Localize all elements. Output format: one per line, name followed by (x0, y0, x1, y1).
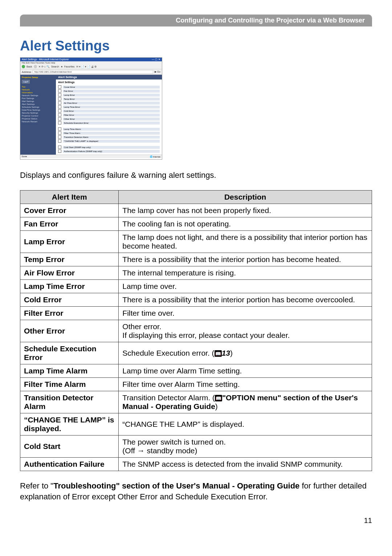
footnote: Refer to "Troubleshooting" section of th… (20, 481, 372, 502)
ss-titlebar: Alert Settings · Microsoft Internet Expl… (20, 58, 162, 61)
ss-sidebar-item: Projector Status (22, 118, 54, 120)
ss-alert-label: Schedule Execution Error (63, 122, 160, 124)
footnote-pre: Refer to " (20, 481, 53, 490)
alert-desc-cell: Filter time over. (119, 307, 372, 320)
checkbox-icon (58, 146, 61, 149)
alert-item-cell: Lamp Time Alarm (20, 364, 119, 378)
alert-item-cell: Lamp Error (20, 231, 119, 253)
col-header-item: Alert Item (20, 191, 119, 204)
checkbox-icon (58, 97, 61, 101)
browser-screenshot: Alert Settings · Microsoft Internet Expl… (20, 57, 162, 160)
ss-sidebar-link: Top: (22, 86, 54, 88)
ss-alert-label: Lamp Time Error (63, 106, 160, 109)
ss-alert-row: Fan Error (56, 89, 162, 93)
alert-item-cell: Fan Error (20, 217, 119, 231)
ss-alert-row: Temp Error (56, 97, 162, 101)
alert-desc-cell: Transition Detector Alarm. (📖"OPTION men… (119, 391, 372, 413)
table-row: Cold StartThe power switch is turned on.… (20, 436, 372, 458)
table-row: Lamp Time ErrorLamp time over. (20, 280, 372, 293)
ss-alert-row: Lamp Error (56, 93, 162, 97)
ss-sidebar-item: Security Settings (22, 112, 54, 114)
ss-statusbar: Done 🌐 Internet (20, 155, 162, 158)
alert-desc-cell: The SNMP access is detected from the inv… (119, 458, 372, 471)
alert-item-cell: Cold Error (20, 293, 119, 307)
ss-alert-label: Cold Start (SNMP trap only) (63, 146, 160, 149)
ss-alert-row: Filter Time Alarm (56, 131, 162, 135)
alert-item-cell: Transition Detector Alarm (20, 391, 119, 413)
ss-alert-label: Lamp Time Alarm (63, 128, 160, 131)
ss-alert-label: Filter Time Alarm (63, 132, 160, 135)
ss-status-left: Done (22, 155, 27, 158)
star-icon: ★ (61, 65, 63, 68)
checkbox-icon (58, 113, 61, 116)
section-header-bar: Configuring and Controlling the Projecto… (20, 15, 372, 26)
checkbox-icon (58, 150, 61, 153)
ss-alert-row: Other Error (56, 117, 162, 121)
ss-sidebar-link: Information (22, 91, 54, 94)
page-title: Alert Settings (20, 38, 372, 54)
ss-sidebar-link: Network (22, 89, 54, 91)
alert-item-cell: “CHANGE THE LAMP” is displayed. (20, 413, 119, 436)
alert-desc-cell: Filter time over Alarm Time setting. (119, 378, 372, 391)
ss-setup-title: Projector Setup (22, 76, 54, 78)
ss-alert-row: Filter Error (56, 113, 162, 117)
ss-sidebar-item: Projector Control (22, 115, 54, 117)
ss-sidebar-item: Schedule Settings (22, 106, 54, 108)
ss-go-button: ▶ Go (155, 70, 160, 73)
forward-icon (34, 65, 37, 68)
table-row: Filter Time AlarmFilter time over Alarm … (20, 378, 372, 391)
checkbox-icon (58, 85, 61, 89)
ss-sidebar-item: Date/Time Settings (22, 109, 54, 111)
table-row: Fan ErrorThe cooling fan is not operatin… (20, 217, 372, 231)
table-row: Temp ErrorThere is a possibility that th… (20, 253, 372, 266)
table-row: Cold ErrorThere is a possibility that th… (20, 293, 372, 307)
checkbox-icon (58, 93, 61, 97)
alert-desc-cell: “CHANGE THE LAMP” is displayed. (119, 413, 372, 436)
checkbox-icon (58, 121, 61, 124)
ss-alert-label: Other Error (63, 118, 160, 120)
ss-sidebar-item: Mail Settings (22, 100, 54, 102)
ss-main-header: Alert Settings (56, 75, 162, 79)
ss-sidebar-item: Alert Settings (22, 103, 54, 105)
ss-alert-row: Cover Error (56, 85, 162, 89)
alert-desc-cell: Other error.If displaying this error, pl… (119, 320, 372, 342)
table-row: Authentication FailureThe SNMP access is… (20, 458, 372, 471)
refresh-icon: ✕ ⟳ ⌂ 🔍 (38, 65, 50, 68)
alert-desc-cell: Lamp time over Alarm Time setting. (119, 364, 372, 378)
alert-item-cell: Temp Error (20, 253, 119, 266)
checkbox-icon (58, 89, 61, 93)
checkbox-icon (58, 101, 61, 105)
manual-icon: 📖 (215, 395, 222, 401)
ss-alert-row: Cold Start (SNMP trap only) (56, 145, 162, 149)
ss-alert-row: Cold Error (56, 109, 162, 113)
toolbar-extra-icons: ✉ ▾ 📄 ▾ 📄 🖨 ⚙ (76, 65, 97, 68)
checkbox-icon (58, 105, 61, 109)
checkbox-icon (58, 135, 61, 139)
table-row: Schedule Execution ErrorSchedule Executi… (20, 342, 372, 364)
alert-desc-cell: Lamp time over. (119, 280, 372, 293)
alert-item-cell: Cover Error (20, 204, 119, 217)
alert-item-cell: Cold Start (20, 436, 119, 458)
alert-item-cell: Schedule Execution Error (20, 342, 119, 364)
ss-sidebar: Projector Setup Logoff Top:NetworkInform… (20, 75, 56, 155)
ss-alert-label: Lamp Error (63, 94, 160, 97)
alert-desc-cell: The cooling fan is not operating. (119, 217, 372, 231)
table-row: “CHANGE THE LAMP” is displayed.“CHANGE T… (20, 413, 372, 436)
table-row: Filter ErrorFilter time over. (20, 307, 372, 320)
ss-alert-label: Cold Error (63, 110, 160, 113)
alert-desc-cell: There is a possibility that the interior… (119, 253, 372, 266)
alert-desc-cell: The lamp cover has not been properly fix… (119, 204, 372, 217)
ss-alert-label: Filter Error (63, 114, 160, 116)
checkbox-icon (58, 109, 61, 113)
ss-address-label: Address (22, 71, 31, 73)
ss-address-field: http://192.168.1.10/admin/alertset.html (33, 70, 153, 74)
table-row: Lamp Time AlarmLamp time over Alarm Time… (20, 364, 372, 378)
ss-alert-row: Lamp Time Alarm (56, 127, 162, 131)
ss-window-title: Alert Settings · Microsoft Internet Expl… (22, 58, 69, 61)
intro-text: Displays and configures failure & warnin… (20, 171, 372, 180)
ss-status-right: 🌐 Internet (150, 155, 160, 158)
table-row: Other ErrorOther error.If displaying thi… (20, 320, 372, 342)
ss-address-bar: Address http://192.168.1.10/admin/alerts… (20, 69, 162, 75)
alert-desc-cell: There is a possibility that the interior… (119, 293, 372, 307)
table-row: Transition Detector AlarmTransition Dete… (20, 391, 372, 413)
